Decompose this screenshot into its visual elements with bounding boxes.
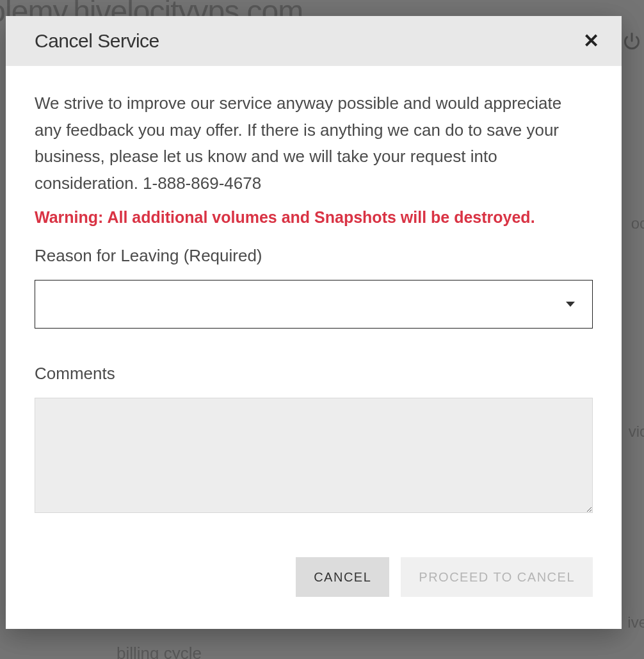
- modal-footer: CANCEL PROCEED TO CANCEL: [6, 528, 622, 629]
- reason-select-wrapper: [35, 280, 593, 329]
- cancel-service-modal: Cancel Service ✕ We strive to improve ou…: [6, 16, 622, 629]
- modal-title: Cancel Service: [35, 30, 159, 52]
- modal-header: Cancel Service ✕: [6, 16, 622, 66]
- comments-textarea[interactable]: [35, 398, 593, 513]
- modal-body: We strive to improve our service anyway …: [6, 66, 622, 528]
- proceed-to-cancel-button[interactable]: PROCEED TO CANCEL: [401, 557, 593, 597]
- close-icon: ✕: [583, 30, 599, 51]
- comments-label: Comments: [35, 364, 593, 384]
- intro-paragraph: We strive to improve our service anyway …: [35, 90, 593, 197]
- close-button[interactable]: ✕: [580, 31, 602, 51]
- reason-select[interactable]: [35, 280, 593, 329]
- reason-label: Reason for Leaving (Required): [35, 246, 593, 266]
- warning-message: Warning: All additional volumes and Snap…: [35, 208, 593, 227]
- cancel-button[interactable]: CANCEL: [296, 557, 389, 597]
